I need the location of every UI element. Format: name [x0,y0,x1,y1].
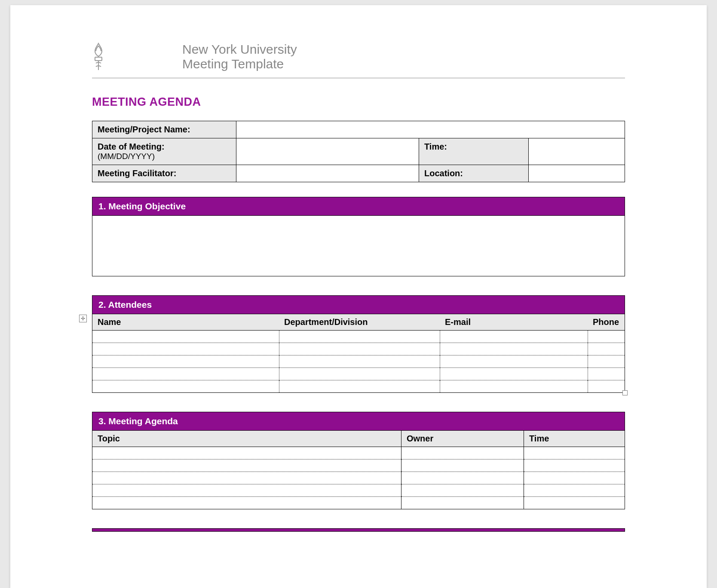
meta-date-label: Date of Meeting: (MM/DD/YYYY) [92,138,236,165]
meta-facilitator-label: Meeting Facilitator: [92,165,236,182]
attendees-col-phone: Phone [588,314,625,331]
objective-section: 1. Meeting Objective [92,197,625,276]
meta-table[interactable]: Meeting/Project Name: Date of Meeting: (… [92,121,625,182]
document-page[interactable]: New York University Meeting Template MEE… [10,5,707,588]
header-line2: Meeting Template [182,57,297,72]
meta-date-value[interactable] [236,138,419,165]
header-title-block: New York University Meeting Template [182,42,297,72]
agenda-col-topic: Topic [92,431,401,447]
agenda-table[interactable]: Topic Owner Time [92,431,625,509]
table-resize-handle[interactable] [622,390,628,395]
meta-project-label: Meeting/Project Name: [92,121,236,138]
svg-rect-0 [95,57,102,61]
meta-table-block: Meeting/Project Name: Date of Meeting: (… [92,121,625,182]
attendees-col-dept: Department/Division [279,314,440,331]
next-section-peek [92,528,625,532]
table-anchor-icon[interactable]: ✢ [79,315,87,322]
meta-project-value[interactable] [236,121,625,138]
objective-body[interactable] [92,216,625,276]
attendees-section: 2. Attendees Name Department/Division E-… [92,295,625,393]
meta-location-value[interactable] [529,165,625,182]
agenda-title: MEETING AGENDA [92,95,681,109]
header-line1: New York University [182,42,297,57]
attendees-header: 2. Attendees [92,295,625,314]
next-section-bar [92,528,625,532]
page-background: New York University Meeting Template MEE… [0,0,717,588]
agenda-section: 3. Meeting Agenda Topic Owner Time [92,412,625,509]
agenda-col-owner: Owner [401,431,524,447]
attendees-table[interactable]: Name Department/Division E-mail Phone [92,314,625,393]
attendees-col-email: E-mail [440,314,588,331]
agenda-col-time: Time [524,431,625,447]
objective-header: 1. Meeting Objective [92,197,625,216]
nyu-torch-icon [83,42,113,72]
meta-time-label: Time: [419,138,529,165]
meta-location-label: Location: [419,165,529,182]
attendees-col-name: Name [92,314,279,331]
meta-time-value[interactable] [529,138,625,165]
document-header: New York University Meeting Template [92,42,625,78]
meta-facilitator-value[interactable] [236,165,419,182]
agenda-header: 3. Meeting Agenda [92,412,625,431]
